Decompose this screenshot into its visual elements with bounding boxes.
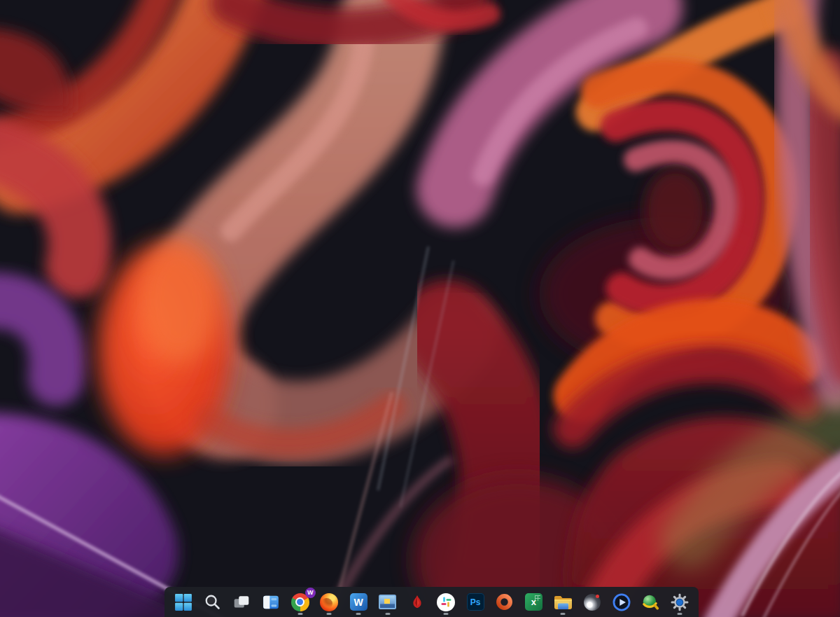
taskbar-globe-search-button[interactable] (636, 588, 664, 616)
desktop: W W (0, 0, 840, 617)
gear-icon (671, 593, 689, 611)
slack-hash-glyph (441, 597, 451, 607)
taskbar-excel-button[interactable]: x (519, 588, 547, 616)
photoshop-glyph: Ps (470, 597, 481, 607)
widgets-panel-icon (262, 593, 280, 611)
word-icon: W (350, 593, 368, 611)
taskbar-media-player-button[interactable] (608, 588, 636, 616)
wallpaper (0, 0, 840, 617)
taskbar-chrome-button[interactable]: W (286, 588, 314, 616)
taskbar-flame-app-button[interactable] (403, 588, 431, 616)
globe-search-icon (641, 593, 659, 611)
taskbar-task-view-button[interactable] (227, 588, 255, 616)
photos-icon (378, 594, 397, 611)
excel-icon: x (525, 593, 542, 611)
slack-icon (437, 593, 455, 611)
taskbar-settings-button[interactable] (666, 588, 694, 616)
chrome-profile-badge: W (305, 588, 316, 598)
folder-icon (554, 594, 573, 610)
taskbar-photoshop-button[interactable]: Ps (461, 588, 489, 616)
taskbar-word-button[interactable]: W (344, 588, 372, 616)
taskbar-office-button[interactable] (491, 588, 519, 616)
taskbar: W W (164, 587, 699, 617)
flame-icon (409, 594, 426, 611)
taskbar-file-explorer-button[interactable] (549, 588, 577, 616)
taskbar-camera-orb-button[interactable] (578, 588, 606, 616)
excel-glyph: x (531, 597, 536, 607)
taskbar-firefox-button[interactable] (315, 588, 343, 616)
search-icon (204, 593, 221, 611)
taskbar-photos-button[interactable] (374, 588, 402, 616)
camera-orb-icon (584, 594, 601, 611)
word-glyph: W (354, 597, 363, 608)
task-view-icon (232, 593, 251, 611)
photoshop-icon: Ps (467, 593, 484, 611)
media-player-icon (612, 593, 631, 611)
office-icon (496, 593, 513, 611)
taskbar-slack-button[interactable] (432, 588, 460, 616)
firefox-icon (320, 593, 338, 611)
windows-start-icon (174, 593, 192, 611)
taskbar-start-button[interactable] (169, 588, 197, 616)
taskbar-widgets-button[interactable] (257, 588, 285, 616)
taskbar-search-button[interactable] (199, 588, 227, 616)
